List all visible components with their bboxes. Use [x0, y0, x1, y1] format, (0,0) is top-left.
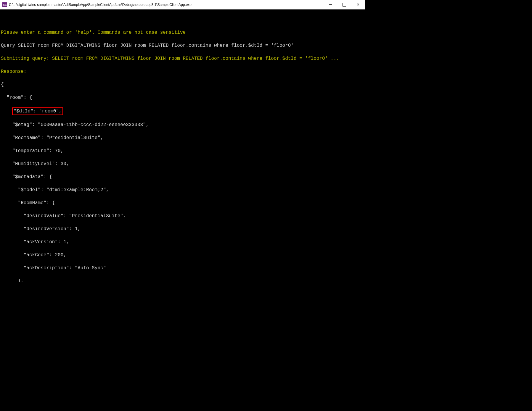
window-title: C:\...\digital-twins-samples-master\AdtS… [9, 3, 324, 7]
app-icon: C:\ [2, 2, 7, 7]
close-button[interactable] [351, 0, 365, 9]
titlebar: C:\ C:\...\digital-twins-samples-master\… [0, 0, 365, 9]
window-controls [324, 0, 365, 9]
response-label: Response: [1, 68, 364, 75]
json-line: "desiredValue": "PresidentialSuite", [1, 213, 364, 219]
query-line: Query SELECT room FROM DIGITALTWINS floo… [1, 42, 364, 49]
json-line: "ackDescription": "Auto-Sync" [1, 265, 364, 271]
console-output[interactable]: Please enter a command or 'help'. Comman… [0, 9, 365, 282]
json-line: "Temperature": 70, [1, 148, 364, 154]
json-line: }, [1, 278, 364, 282]
json-line: "$metadata": { [1, 174, 364, 180]
json-line: "$dtId": "room0", [1, 107, 364, 115]
json-line: "HumidityLevel": 30, [1, 161, 364, 167]
minimize-button[interactable] [324, 0, 337, 9]
maximize-button[interactable] [337, 0, 351, 9]
json-line: "desiredVersion": 1, [1, 226, 364, 232]
json-line: "ackCode": 200, [1, 252, 364, 258]
json-line: "$etag": "0000aaaa-11bb-cccc-dd22-eeeeee… [1, 122, 364, 128]
highlight-dtid: "$dtId": "room0", [12, 107, 63, 115]
json-line: "RoomName": { [1, 200, 364, 206]
prompt-line: Please enter a command or 'help'. Comman… [1, 29, 364, 36]
submitting-line: Submitting query: SELECT room FROM DIGIT… [1, 55, 364, 62]
json-line: "$model": "dtmi:example:Room;2", [1, 187, 364, 193]
json-line: "ackVersion": 1, [1, 239, 364, 245]
json-line: "room": { [1, 94, 364, 101]
json-line: "RoomName": "PresidentialSuite", [1, 135, 364, 141]
json-line: { [1, 81, 364, 88]
